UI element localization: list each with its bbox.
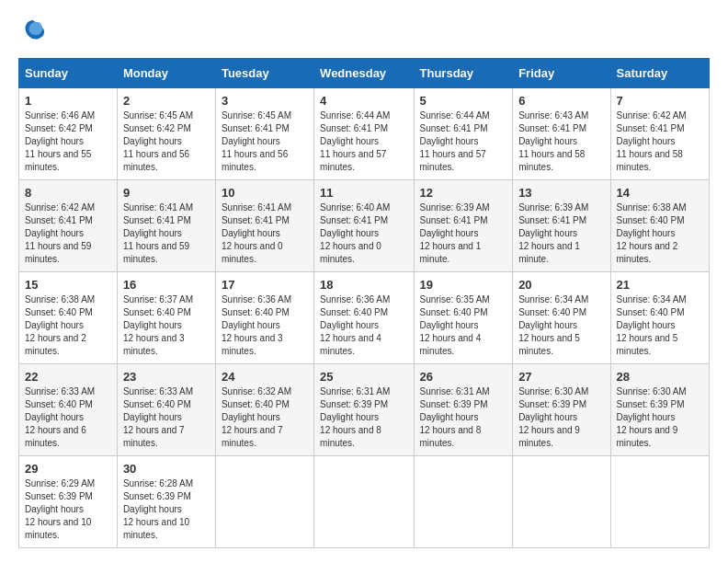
calendar-cell: 26Sunrise: 6:31 AMSunset: 6:39 PMDayligh… bbox=[414, 364, 513, 456]
calendar-weekday-tuesday: Tuesday bbox=[215, 59, 313, 88]
calendar-cell: 7Sunrise: 6:42 AMSunset: 6:41 PMDaylight… bbox=[610, 88, 709, 180]
day-number: 27 bbox=[518, 370, 604, 384]
day-info: Sunrise: 6:41 AMSunset: 6:41 PMDaylight … bbox=[123, 201, 210, 266]
day-info: Sunrise: 6:31 AMSunset: 6:39 PMDaylight … bbox=[420, 385, 507, 450]
calendar-cell bbox=[414, 456, 513, 548]
calendar-weekday-monday: Monday bbox=[117, 59, 215, 88]
logo bbox=[18, 18, 46, 49]
calendar-cell bbox=[314, 456, 414, 548]
day-info: Sunrise: 6:44 AMSunset: 6:41 PMDaylight … bbox=[420, 109, 507, 174]
calendar-cell: 15Sunrise: 6:38 AMSunset: 6:40 PMDayligh… bbox=[19, 272, 118, 364]
calendar-cell: 14Sunrise: 6:38 AMSunset: 6:40 PMDayligh… bbox=[610, 180, 709, 272]
day-info: Sunrise: 6:34 AMSunset: 6:40 PMDaylight … bbox=[617, 293, 703, 358]
calendar-cell: 10Sunrise: 6:41 AMSunset: 6:41 PMDayligh… bbox=[215, 180, 313, 272]
calendar-cell: 27Sunrise: 6:30 AMSunset: 6:39 PMDayligh… bbox=[513, 364, 610, 456]
day-info: Sunrise: 6:42 AMSunset: 6:41 PMDaylight … bbox=[25, 201, 111, 266]
day-number: 20 bbox=[518, 278, 604, 292]
day-info: Sunrise: 6:39 AMSunset: 6:41 PMDaylight … bbox=[518, 201, 604, 266]
day-number: 23 bbox=[123, 370, 210, 384]
day-info: Sunrise: 6:33 AMSunset: 6:40 PMDaylight … bbox=[123, 385, 210, 450]
day-number: 21 bbox=[617, 278, 703, 292]
day-info: Sunrise: 6:35 AMSunset: 6:40 PMDaylight … bbox=[420, 293, 507, 358]
day-info: Sunrise: 6:36 AMSunset: 6:40 PMDaylight … bbox=[320, 293, 407, 358]
calendar-cell: 18Sunrise: 6:36 AMSunset: 6:40 PMDayligh… bbox=[314, 272, 414, 364]
day-number: 16 bbox=[123, 278, 210, 292]
calendar-cell: 4Sunrise: 6:44 AMSunset: 6:41 PMDaylight… bbox=[314, 88, 414, 180]
calendar-week-row: 15Sunrise: 6:38 AMSunset: 6:40 PMDayligh… bbox=[19, 272, 710, 364]
day-number: 24 bbox=[222, 370, 308, 384]
calendar-cell: 23Sunrise: 6:33 AMSunset: 6:40 PMDayligh… bbox=[117, 364, 215, 456]
day-info: Sunrise: 6:38 AMSunset: 6:40 PMDaylight … bbox=[25, 293, 111, 358]
calendar-week-row: 8Sunrise: 6:42 AMSunset: 6:41 PMDaylight… bbox=[19, 180, 710, 272]
day-number: 2 bbox=[123, 94, 210, 108]
day-number: 14 bbox=[617, 186, 703, 200]
day-number: 9 bbox=[123, 186, 210, 200]
calendar-cell: 12Sunrise: 6:39 AMSunset: 6:41 PMDayligh… bbox=[414, 180, 513, 272]
day-info: Sunrise: 6:28 AMSunset: 6:39 PMDaylight … bbox=[123, 477, 210, 542]
day-number: 5 bbox=[420, 94, 507, 108]
day-info: Sunrise: 6:41 AMSunset: 6:41 PMDaylight … bbox=[222, 201, 308, 266]
calendar-cell: 6Sunrise: 6:43 AMSunset: 6:41 PMDaylight… bbox=[513, 88, 610, 180]
day-info: Sunrise: 6:38 AMSunset: 6:40 PMDaylight … bbox=[617, 201, 703, 266]
calendar-cell: 3Sunrise: 6:45 AMSunset: 6:41 PMDaylight… bbox=[215, 88, 313, 180]
day-info: Sunrise: 6:32 AMSunset: 6:40 PMDaylight … bbox=[222, 385, 308, 450]
calendar-weekday-sunday: Sunday bbox=[19, 59, 118, 88]
day-info: Sunrise: 6:31 AMSunset: 6:39 PMDaylight … bbox=[320, 385, 407, 450]
day-number: 1 bbox=[25, 94, 111, 108]
page-header bbox=[18, 18, 710, 49]
calendar-cell bbox=[610, 456, 709, 548]
day-number: 29 bbox=[25, 462, 111, 476]
calendar-cell: 25Sunrise: 6:31 AMSunset: 6:39 PMDayligh… bbox=[314, 364, 414, 456]
day-number: 25 bbox=[320, 370, 407, 384]
calendar-cell: 22Sunrise: 6:33 AMSunset: 6:40 PMDayligh… bbox=[19, 364, 118, 456]
calendar-cell: 20Sunrise: 6:34 AMSunset: 6:40 PMDayligh… bbox=[513, 272, 610, 364]
day-info: Sunrise: 6:42 AMSunset: 6:41 PMDaylight … bbox=[617, 109, 703, 174]
day-number: 6 bbox=[518, 94, 604, 108]
day-number: 28 bbox=[617, 370, 703, 384]
calendar-table: SundayMondayTuesdayWednesdayThursdayFrid… bbox=[18, 58, 710, 548]
day-number: 11 bbox=[320, 186, 407, 200]
calendar-weekday-saturday: Saturday bbox=[610, 59, 709, 88]
day-info: Sunrise: 6:45 AMSunset: 6:42 PMDaylight … bbox=[123, 109, 210, 174]
calendar-cell: 11Sunrise: 6:40 AMSunset: 6:41 PMDayligh… bbox=[314, 180, 414, 272]
calendar-cell: 2Sunrise: 6:45 AMSunset: 6:42 PMDaylight… bbox=[117, 88, 215, 180]
day-info: Sunrise: 6:44 AMSunset: 6:41 PMDaylight … bbox=[320, 109, 407, 174]
day-number: 30 bbox=[123, 462, 210, 476]
calendar-cell: 13Sunrise: 6:39 AMSunset: 6:41 PMDayligh… bbox=[513, 180, 610, 272]
day-number: 12 bbox=[420, 186, 507, 200]
day-info: Sunrise: 6:36 AMSunset: 6:40 PMDaylight … bbox=[222, 293, 308, 358]
calendar-week-row: 1Sunrise: 6:46 AMSunset: 6:42 PMDaylight… bbox=[19, 88, 710, 180]
day-number: 7 bbox=[617, 94, 703, 108]
logo-icon bbox=[20, 18, 46, 44]
calendar-cell: 30Sunrise: 6:28 AMSunset: 6:39 PMDayligh… bbox=[117, 456, 215, 548]
calendar-weekday-friday: Friday bbox=[513, 59, 610, 88]
day-info: Sunrise: 6:30 AMSunset: 6:39 PMDaylight … bbox=[518, 385, 604, 450]
day-number: 26 bbox=[420, 370, 507, 384]
calendar-cell: 5Sunrise: 6:44 AMSunset: 6:41 PMDaylight… bbox=[414, 88, 513, 180]
day-number: 17 bbox=[222, 278, 308, 292]
day-info: Sunrise: 6:30 AMSunset: 6:39 PMDaylight … bbox=[617, 385, 703, 450]
calendar-cell: 28Sunrise: 6:30 AMSunset: 6:39 PMDayligh… bbox=[610, 364, 709, 456]
calendar-cell bbox=[215, 456, 313, 548]
day-number: 8 bbox=[25, 186, 111, 200]
day-number: 4 bbox=[320, 94, 407, 108]
calendar-weekday-wednesday: Wednesday bbox=[314, 59, 414, 88]
calendar-cell: 21Sunrise: 6:34 AMSunset: 6:40 PMDayligh… bbox=[610, 272, 709, 364]
day-number: 19 bbox=[420, 278, 507, 292]
calendar-cell: 17Sunrise: 6:36 AMSunset: 6:40 PMDayligh… bbox=[215, 272, 313, 364]
calendar-cell: 8Sunrise: 6:42 AMSunset: 6:41 PMDaylight… bbox=[19, 180, 118, 272]
calendar-cell: 29Sunrise: 6:29 AMSunset: 6:39 PMDayligh… bbox=[19, 456, 118, 548]
calendar-week-row: 29Sunrise: 6:29 AMSunset: 6:39 PMDayligh… bbox=[19, 456, 710, 548]
day-info: Sunrise: 6:39 AMSunset: 6:41 PMDaylight … bbox=[420, 201, 507, 266]
calendar-cell: 24Sunrise: 6:32 AMSunset: 6:40 PMDayligh… bbox=[215, 364, 313, 456]
day-info: Sunrise: 6:45 AMSunset: 6:41 PMDaylight … bbox=[222, 109, 308, 174]
calendar-cell: 1Sunrise: 6:46 AMSunset: 6:42 PMDaylight… bbox=[19, 88, 118, 180]
calendar-week-row: 22Sunrise: 6:33 AMSunset: 6:40 PMDayligh… bbox=[19, 364, 710, 456]
day-number: 18 bbox=[320, 278, 407, 292]
day-info: Sunrise: 6:43 AMSunset: 6:41 PMDaylight … bbox=[518, 109, 604, 174]
day-number: 22 bbox=[25, 370, 111, 384]
day-info: Sunrise: 6:40 AMSunset: 6:41 PMDaylight … bbox=[320, 201, 407, 266]
day-number: 15 bbox=[25, 278, 111, 292]
calendar-cell bbox=[513, 456, 610, 548]
day-info: Sunrise: 6:34 AMSunset: 6:40 PMDaylight … bbox=[518, 293, 604, 358]
